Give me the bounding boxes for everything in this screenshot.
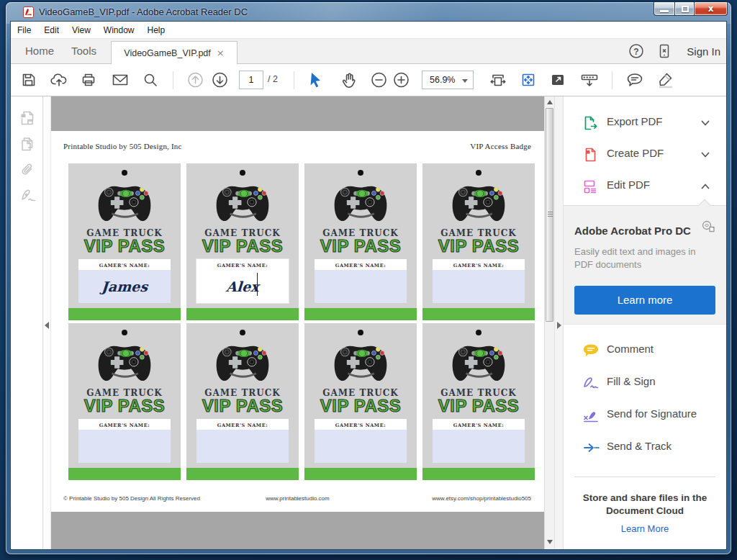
maximize-button[interactable] xyxy=(674,2,695,16)
learn-more-button[interactable]: Learn more xyxy=(574,286,715,315)
vip-badge-card[interactable]: GAME TRUCK VIP PASS GAMER'S NAME: xyxy=(68,323,181,480)
minimize-button[interactable] xyxy=(654,2,674,16)
document-pane[interactable]: Printable Studio by 505 Design, Inc VIP … xyxy=(51,96,554,549)
vip-badge-card[interactable]: GAME TRUCK VIP PASS GAMER'S NAME: xyxy=(422,323,535,480)
fill-sign-icon xyxy=(582,375,598,391)
zoom-out-icon[interactable] xyxy=(371,72,387,89)
text-caret xyxy=(257,273,258,296)
gamer-name-box[interactable]: GAMER'S NAME: xyxy=(78,419,171,463)
vip-badge-card[interactable]: GAME TRUCK VIP PASS GAMER'S NAME: James xyxy=(68,163,181,320)
tab-tools[interactable]: Tools xyxy=(63,38,105,63)
vip-badge-card[interactable]: GAME TRUCK VIP PASS GAMER'S NAME: xyxy=(304,323,417,480)
badge-subtitle: VIP PASS xyxy=(304,238,417,255)
main-area: Printable Studio by 505 Design, Inc VIP … xyxy=(11,96,726,549)
toolbar-separator xyxy=(173,71,173,89)
badge-hole xyxy=(476,170,481,176)
left-nav-strip xyxy=(11,96,43,549)
tool-fill-sign[interactable]: Fill & Sign xyxy=(564,367,726,399)
tabbar: Home Tools VideoGameB_VIP.pdf × ? Sign I… xyxy=(11,38,726,64)
scroll-down-icon[interactable] xyxy=(547,540,553,544)
zoom-level-dropdown[interactable]: 56.9% xyxy=(422,71,474,89)
hand-tool-icon[interactable] xyxy=(340,71,358,89)
tool-send-signature[interactable]: Send for Signature xyxy=(564,399,726,431)
vip-badge-card[interactable]: GAME TRUCK VIP PASS GAMER'S NAME: Alex xyxy=(186,163,299,320)
right-panel-collapse-strip[interactable] xyxy=(554,96,564,549)
tool-label: Create PDF xyxy=(607,147,664,159)
sign-in-button[interactable]: Sign In xyxy=(687,45,720,58)
badge-subtitle: VIP PASS xyxy=(186,238,299,255)
left-panel-collapse-strip[interactable] xyxy=(43,96,51,549)
pages-icon[interactable] xyxy=(19,136,35,152)
tool-comment[interactable]: Comment xyxy=(564,335,726,366)
fit-page-icon[interactable] xyxy=(520,72,536,88)
scroll-up-icon[interactable] xyxy=(547,100,553,104)
search-icon[interactable] xyxy=(143,72,158,88)
signatures-icon[interactable] xyxy=(19,188,35,204)
comment-bubble-icon[interactable] xyxy=(626,72,643,88)
scrollbar-thumb[interactable] xyxy=(546,108,553,322)
badge-green-bar xyxy=(186,468,299,480)
highlighter-icon[interactable] xyxy=(656,71,675,89)
zoom-in-icon[interactable] xyxy=(393,72,410,89)
titlebar[interactable]: VideoGameB_VIP.pdf - Adobe Acrobat Reade… xyxy=(6,2,731,22)
desktop: VideoGameB_VIP.pdf - Adobe Acrobat Reade… xyxy=(0,0,737,560)
help-icon[interactable]: ? xyxy=(628,43,644,59)
attachments-icon[interactable] xyxy=(19,162,35,178)
close-button[interactable]: x xyxy=(695,2,728,16)
vertical-scrollbar[interactable] xyxy=(544,96,554,549)
tab-close-icon[interactable]: × xyxy=(217,48,225,58)
page-number-input[interactable]: 1 xyxy=(239,71,263,89)
gamer-name-box[interactable]: GAMER'S NAME: xyxy=(315,419,407,463)
learn-more-link[interactable]: Learn More xyxy=(564,523,726,534)
vip-badge-card[interactable]: GAME TRUCK VIP PASS GAMER'S NAME: xyxy=(422,163,535,320)
gamer-name-box[interactable]: GAMER'S NAME: Alex xyxy=(196,259,289,303)
save-icon[interactable] xyxy=(21,72,37,88)
page-thumbnails-icon[interactable] xyxy=(19,110,35,126)
tab-document[interactable]: VideoGameB_VIP.pdf × xyxy=(111,41,238,64)
menu-window[interactable]: Window xyxy=(97,25,141,35)
tool-export-pdf[interactable]: Export PDF xyxy=(564,107,726,139)
game-controller-icon xyxy=(96,184,153,224)
document-cloud-blurb: Store and share files in the Document Cl… xyxy=(573,492,717,518)
fit-width-icon[interactable] xyxy=(490,72,506,88)
vip-badge-card[interactable]: GAME TRUCK VIP PASS GAMER'S NAME: xyxy=(304,163,417,320)
gamer-name-box[interactable]: GAMER'S NAME: xyxy=(433,259,525,303)
menu-view[interactable]: View xyxy=(65,25,97,35)
tool-label: Send & Track xyxy=(607,440,672,452)
tab-home[interactable]: Home xyxy=(17,38,63,63)
select-tool-icon[interactable] xyxy=(309,72,323,88)
fullscreen-icon[interactable] xyxy=(550,72,566,88)
next-page-icon[interactable] xyxy=(212,72,228,89)
menu-help[interactable]: Help xyxy=(141,25,172,35)
badge-hole xyxy=(122,170,127,176)
badge-hole xyxy=(476,330,481,335)
gamer-name-value xyxy=(313,430,407,463)
chevron-down-icon xyxy=(462,79,468,83)
cloud-upload-icon[interactable] xyxy=(50,72,68,88)
comment-icon xyxy=(582,343,598,358)
promo-description: Easily edit text and images in PDF docum… xyxy=(574,245,704,271)
gamer-name-label: GAMER'S NAME: xyxy=(315,259,407,270)
presentation-icon[interactable] xyxy=(580,72,599,88)
tool-create-pdf[interactable]: Create PDF xyxy=(564,139,726,171)
badge-subtitle: VIP PASS xyxy=(422,397,535,415)
acrobat-app-icon xyxy=(23,6,34,18)
gamer-name-box[interactable]: GAMER'S NAME: xyxy=(433,419,525,463)
previous-page-icon[interactable] xyxy=(187,72,204,89)
menu-edit[interactable]: Edit xyxy=(37,25,65,35)
gamer-name-label: GAMER'S NAME: xyxy=(78,419,171,430)
gamer-name-box[interactable]: GAMER'S NAME: xyxy=(315,259,407,303)
email-icon[interactable] xyxy=(112,72,129,88)
print-icon[interactable] xyxy=(81,72,96,88)
gamer-name-label: GAMER'S NAME: xyxy=(433,259,525,270)
gamer-name-box[interactable]: GAMER'S NAME: xyxy=(196,419,289,463)
device-icon[interactable] xyxy=(656,43,672,59)
tool-edit-pdf[interactable]: Edit PDF xyxy=(564,171,726,202)
badge-green-bar xyxy=(422,468,535,480)
vip-badge-card[interactable]: GAME TRUCK VIP PASS GAMER'S NAME: xyxy=(186,323,299,480)
gamer-name-box[interactable]: GAMER'S NAME: James xyxy=(78,259,171,303)
game-controller-icon xyxy=(214,184,271,224)
menu-file[interactable]: File xyxy=(11,25,37,35)
tool-send-track[interactable]: Send & Track xyxy=(564,432,726,464)
app-content: File Edit View Window Help Home Tools Vi… xyxy=(11,22,726,549)
